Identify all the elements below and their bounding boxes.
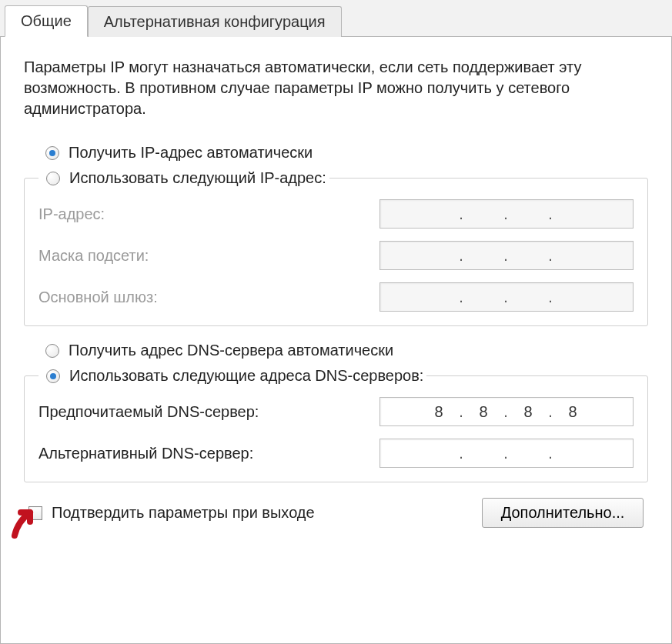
radio-ip-auto-label: Получить IP-адрес автоматически [69,144,313,162]
input-alternate-dns[interactable]: . . . [379,439,634,468]
radio-ip-auto[interactable] [45,146,59,160]
label-default-gateway: Основной шлюз: [38,289,379,306]
input-preferred-dns[interactable]: 8. 8. 8. 8 [379,397,634,426]
label-alternate-dns: Альтернативный DNS-сервер: [38,445,379,462]
tab-general[interactable]: Общие [5,5,88,37]
input-subnet-mask: . . . [379,241,634,270]
label-preferred-dns: Предпочитаемый DNS-сервер: [38,403,379,421]
group-dns-manual: Использовать следующие адреса DNS-сервер… [24,367,648,482]
checkbox-validate-on-exit[interactable] [28,506,42,520]
input-ip-address: . . . [379,199,634,229]
radio-dns-manual-label: Использовать следующие адреса DNS-сервер… [69,367,423,385]
label-validate-on-exit: Подтвердить параметры при выходе [52,504,315,522]
radio-ip-manual-label: Использовать следующий IP-адрес: [69,169,326,187]
tab-alternate[interactable]: Альтернативная конфигурация [88,6,342,37]
input-default-gateway: . . . [379,282,634,312]
radio-dns-auto[interactable] [45,344,59,358]
advanced-button[interactable]: Дополнительно... [482,498,644,528]
description-text: Параметры IP могут назначаться автоматич… [24,57,648,119]
group-ip-manual: Использовать следующий IP-адрес: IP-адре… [24,169,648,326]
label-subnet-mask: Маска подсети: [38,247,379,265]
radio-dns-manual[interactable] [46,369,60,383]
label-ip-address: IP-адрес: [38,205,379,223]
radio-ip-manual[interactable] [46,172,60,185]
radio-dns-auto-label: Получить адрес DNS-сервера автоматически [69,342,393,359]
